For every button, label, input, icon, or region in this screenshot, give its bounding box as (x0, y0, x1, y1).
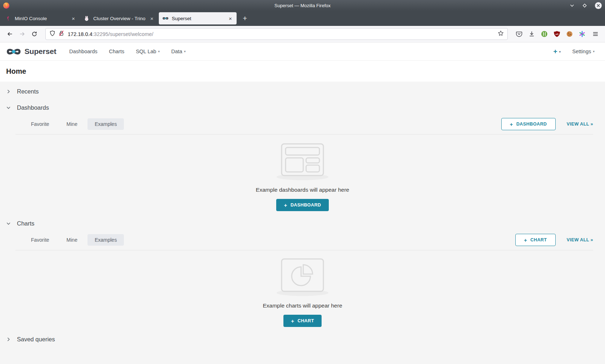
tab-title: Cluster Overview - Trino (93, 16, 147, 21)
extension-asterisk-icon[interactable] (579, 31, 586, 37)
tab-favorite[interactable]: Favorite (24, 234, 57, 246)
app-nav: Dashboards Charts SQL Lab▾ Data▾ (63, 49, 191, 54)
section-title: Saved queries (17, 336, 55, 343)
chevron-down-icon: ▾ (593, 50, 595, 53)
tab-close-icon[interactable]: × (149, 15, 154, 22)
close-icon[interactable] (595, 2, 602, 9)
section-charts[interactable]: Charts (0, 215, 605, 232)
section-title: Charts (17, 220, 35, 227)
plus-icon: + (524, 237, 527, 243)
charts-actions: + CHART VIEW ALL » (515, 234, 593, 246)
tab-close-icon[interactable]: × (228, 15, 233, 22)
cookie-icon[interactable] (566, 31, 573, 37)
new-tab-button[interactable]: + (241, 14, 249, 23)
section-recents[interactable]: Recents (0, 83, 605, 100)
page-title: Home (6, 67, 26, 76)
section-dashboards[interactable]: Dashboards (0, 100, 605, 116)
chevron-right-icon (6, 89, 11, 94)
superset-infinity-icon (6, 47, 21, 56)
section-title: Dashboards (17, 104, 49, 111)
new-chart-button[interactable]: + CHART (515, 234, 556, 246)
app-navbar: Superset Dashboards Charts SQL Lab▾ Data… (0, 42, 605, 61)
reload-icon[interactable] (28, 28, 40, 40)
tab-title: MinIO Console (15, 16, 68, 21)
plus-icon: + (284, 202, 287, 208)
plus-icon: + (510, 121, 513, 127)
dashboards-actions: + DASHBOARD VIEW ALL » (501, 118, 593, 130)
url-bar[interactable]: 172.18.0.4:32295/superset/welcome/ (45, 28, 508, 40)
tab-title: Superset (172, 16, 225, 21)
back-icon[interactable] (4, 28, 16, 40)
navbar-right: +▾ Settings▾ (553, 47, 599, 55)
dashboards-tabs: Favorite Mine Examples (24, 118, 124, 130)
pocket-icon[interactable] (516, 31, 523, 37)
downloads-icon[interactable] (528, 31, 535, 37)
tab-trino[interactable]: Cluster Overview - Trino × (80, 12, 158, 24)
chevron-down-icon: ▾ (559, 50, 561, 54)
url-path: :32295/superset/welcome/ (93, 31, 153, 37)
chevron-down-icon (6, 221, 11, 226)
dashboards-filter-row: Favorite Mine Examples + DASHBOARD VIEW … (0, 116, 605, 132)
tab-mine[interactable]: Mine (59, 118, 85, 130)
toolbar-extensions: uO (516, 31, 586, 37)
new-item-menu-button[interactable]: +▾ (553, 47, 561, 55)
ublock-origin-icon[interactable]: uO (554, 31, 560, 37)
page-content: Recents Dashboards Favorite Mine Example… (0, 82, 605, 347)
create-dashboard-button[interactable]: + DASHBOARD (276, 199, 328, 211)
superset-infinity-icon (162, 15, 169, 22)
chevron-right-icon (6, 337, 11, 342)
dashboards-empty-state: Example dashboards will appear here + DA… (0, 135, 605, 211)
firefox-icon (3, 2, 10, 9)
nav-charts[interactable]: Charts (103, 49, 130, 54)
view-all-charts-link[interactable]: VIEW ALL » (567, 237, 593, 242)
settings-menu-button[interactable]: Settings▾ (572, 49, 595, 54)
section-saved-queries[interactable]: Saved queries (0, 331, 605, 347)
url-text[interactable]: 172.18.0.4:32295/superset/welcome/ (68, 31, 498, 37)
forward-icon[interactable] (16, 28, 28, 40)
tab-examples[interactable]: Examples (88, 118, 124, 130)
new-dashboard-button[interactable]: + DASHBOARD (501, 118, 556, 130)
browser-toolbar: 172.18.0.4:32295/superset/welcome/ uO (0, 26, 605, 42)
chevron-down-icon (6, 105, 11, 110)
charts-filter-row: Favorite Mine Examples + CHART VIEW ALL … (0, 232, 605, 248)
bookmark-star-icon[interactable] (498, 30, 504, 38)
view-all-dashboards-link[interactable]: VIEW ALL » (567, 122, 593, 127)
tab-mine[interactable]: Mine (59, 234, 85, 246)
chevron-down-icon: ▾ (184, 50, 186, 53)
hamburger-menu-icon[interactable] (589, 28, 601, 40)
nav-sql-lab[interactable]: SQL Lab▾ (130, 49, 165, 54)
window-controls (569, 2, 602, 9)
plus-icon: + (291, 318, 294, 324)
minio-flamingo-icon (5, 15, 12, 22)
svg-text:uO: uO (555, 33, 559, 35)
section-title: Recents (17, 88, 39, 95)
url-host: 172.18.0.4 (68, 31, 93, 37)
tracking-shield-icon[interactable] (49, 30, 55, 38)
tab-superset[interactable]: Superset × (159, 12, 237, 24)
create-chart-button[interactable]: + CHART (283, 315, 322, 327)
minimize-icon[interactable] (569, 3, 575, 8)
tab-close-icon[interactable]: × (71, 15, 76, 22)
nav-data[interactable]: Data▾ (165, 49, 191, 54)
tab-favorite[interactable]: Favorite (24, 118, 57, 130)
empty-state-text: Example charts will appear here (263, 302, 342, 309)
tab-minio-console[interactable]: MinIO Console × (2, 12, 80, 24)
privacy-badger-icon[interactable] (541, 31, 548, 37)
charts-empty-state: Example charts will appear here + CHART (0, 250, 605, 327)
superset-logo[interactable]: Superset (6, 47, 56, 56)
charts-tabs: Favorite Mine Examples (24, 234, 124, 246)
chevron-down-icon: ▾ (158, 50, 160, 53)
empty-dashboard-illustration (274, 142, 331, 181)
titlebar: Superset — Mozilla Firefox (0, 0, 605, 11)
empty-state-text: Example dashboards will appear here (256, 187, 349, 193)
trino-bunny-icon (84, 15, 90, 22)
maximize-icon[interactable] (582, 3, 587, 8)
window-title: Superset — Mozilla Firefox (274, 3, 331, 8)
tab-examples[interactable]: Examples (88, 234, 124, 246)
brand-name: Superset (24, 47, 56, 56)
empty-chart-illustration (274, 258, 331, 297)
nav-dashboards[interactable]: Dashboards (63, 49, 103, 54)
tab-bar: MinIO Console × Cluster Overview - Trino… (0, 11, 605, 26)
insecure-lock-icon[interactable] (58, 30, 64, 38)
page-header: Home (0, 61, 605, 82)
